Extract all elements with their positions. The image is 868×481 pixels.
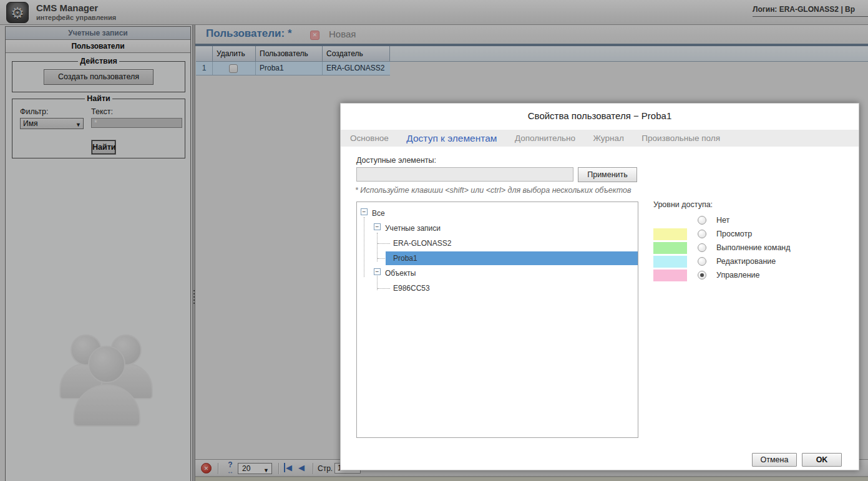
elements-tree: − Все − Учетные записи ERA-GLONASS2 Prob… [356,202,638,438]
tree-node-proba1-selected: Proba1 [361,251,638,266]
radio-view[interactable] [698,230,706,238]
available-elements-label: Доступные элементы: [356,156,436,165]
available-elements-input[interactable] [356,167,573,182]
access-option-label: Редактирование [716,257,776,266]
access-option-label: Нет [716,216,729,225]
dialog-tabs: Основное Доступ к элементам Дополнительн… [341,130,859,147]
access-option-label: Просмотр [716,230,752,238]
access-option-label: Управление [716,271,760,279]
access-option-none: Нет [653,214,853,228]
tree-inner: − Все − Учетные записи ERA-GLONASS2 Prob… [361,206,638,296]
commands-color-swatch [653,242,687,254]
tree-node-label[interactable]: E986CC53 [391,283,432,294]
tree-node-label[interactable]: Объекты [383,268,418,279]
tree-node-e986cc53: E986CC53 [361,281,638,296]
access-option-edit: Редактирование [653,255,853,269]
tab-main[interactable]: Основное [350,130,389,147]
tab-journal[interactable]: Журнал [593,130,624,147]
access-option-view: Просмотр [653,228,853,241]
ok-button[interactable]: OK [802,453,842,467]
access-option-label: Выполнение команд [716,243,791,252]
tree-collapse-icon[interactable]: − [361,208,368,215]
access-option-commands: Выполнение команд [653,241,853,255]
user-properties-dialog: Свойства пользователя − Proba1 Основное … [340,103,859,470]
tab-element-access[interactable]: Доступ к элементам [406,130,497,147]
tree-node-label[interactable]: Учетные записи [383,223,442,234]
tab-custom-fields[interactable]: Произвольные поля [641,130,720,147]
radio-manage[interactable] [698,271,706,279]
tree-node-objects: − Объекты [361,266,638,281]
apply-button[interactable]: Применить [578,167,637,182]
tree-connector [378,243,390,244]
radio-commands[interactable] [698,243,706,252]
radio-edit[interactable] [698,257,706,266]
tab-additional[interactable]: Дополнительно [515,130,575,147]
manage-color-swatch [653,270,687,281]
tree-collapse-icon[interactable]: − [374,223,381,230]
multi-select-hint: * Используйте клавиши <shift> или <ctrl>… [355,186,631,195]
tree-connector [378,288,390,289]
tree-node-label[interactable]: Proba1 [391,253,419,264]
radio-none[interactable] [698,216,706,225]
tree-node-root: − Все [361,206,638,221]
cancel-button[interactable]: Отмена [752,453,797,467]
tree-node-accounts: − Учетные записи [361,221,638,236]
tree-node-label[interactable]: Все [370,208,387,219]
tree-collapse-icon[interactable]: − [374,268,381,275]
edit-color-swatch [653,256,687,268]
access-levels-label: Уровни доступа: [653,200,713,209]
view-color-swatch [653,228,687,240]
dialog-title: Свойства пользователя − Proba1 [341,110,859,121]
tree-selection-highlight [386,251,638,265]
access-option-manage: Управление [653,269,853,283]
tree-node-label[interactable]: ERA-GLONASS2 [391,238,453,249]
tree-node-era-glonass2: ERA-GLONASS2 [361,236,638,251]
